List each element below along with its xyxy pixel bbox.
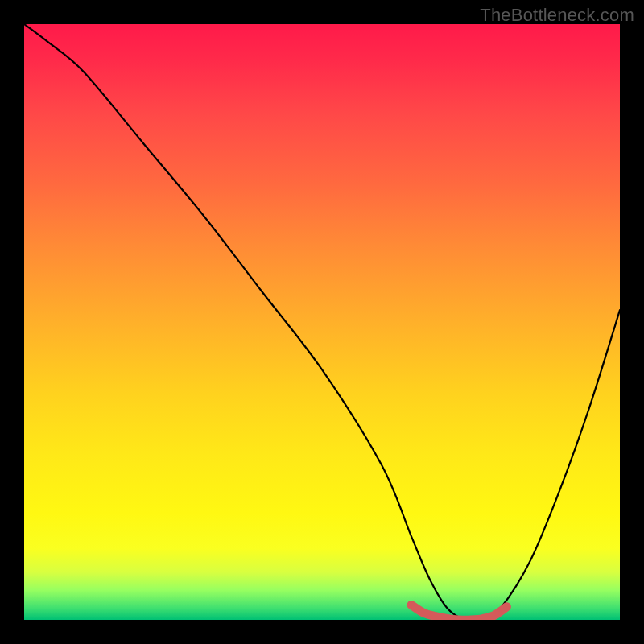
- watermark-text: TheBottleneck.com: [480, 5, 634, 26]
- curve-layer: [24, 24, 620, 620]
- plot-area: [24, 24, 620, 620]
- optimal-range-marker: [411, 605, 506, 621]
- bottleneck-curve: [24, 24, 620, 620]
- chart-container: TheBottleneck.com: [0, 0, 644, 644]
